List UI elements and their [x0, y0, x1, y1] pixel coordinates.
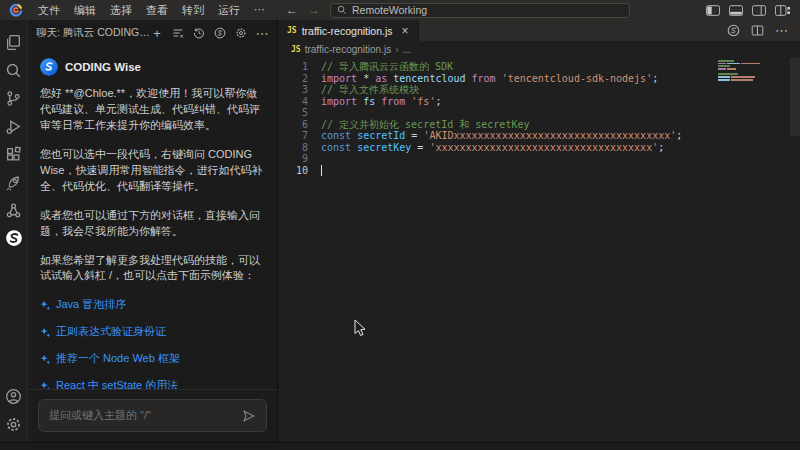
chat-paragraph: 如果您希望了解更多我处理代码的技能，可以试试输入斜杠 /，也可以点击下面示例体验… — [40, 253, 265, 285]
menu-view[interactable]: 查看 — [139, 3, 175, 18]
tab-bar: JS traffic-recognition.js × ⋯ — [278, 20, 800, 41]
example-label: 推荐一个 Node Web 框架 — [56, 351, 180, 367]
example-label: React 中 setState 的用法 — [56, 378, 178, 389]
chat-message-area: CODING Wise 您好 **@Chloe.**，欢迎使用！我可以帮你做代码… — [28, 46, 277, 389]
coding-wise-icon[interactable] — [0, 224, 28, 252]
search-value: RemoteWorking — [352, 4, 427, 16]
search-icon — [337, 5, 347, 15]
send-icon[interactable] — [242, 409, 256, 423]
menu-run[interactable]: 运行 — [211, 3, 247, 18]
run-debug-icon[interactable] — [0, 112, 28, 140]
example-link-java-bubble-sort[interactable]: Java 冒泡排序 — [40, 297, 265, 313]
code-line: 4import fs from 'fs'; — [278, 96, 800, 108]
customize-layout-icon[interactable] — [775, 5, 790, 16]
menu-more[interactable]: ⋯ — [247, 3, 272, 18]
breadcrumb-symbol[interactable]: ... — [403, 44, 411, 55]
example-link-regex-id-card[interactable]: 正则表达式验证身份证 — [40, 324, 265, 340]
chat-paragraph: 或者您也可以通过下方的对话框，直接输入问题，我会尽我所能为你解答。 — [40, 208, 265, 240]
sparkle-icon — [40, 381, 51, 389]
explorer-icon[interactable] — [0, 28, 28, 56]
new-chat-icon[interactable]: + — [150, 26, 164, 40]
code-editor[interactable]: 1// 导入腾讯云云函数的 SDK2import * as tencentclo… — [278, 58, 800, 442]
chat-panel: 聊天: 腾讯云 CODING WISE + ⋯ — [28, 20, 278, 442]
code-line: 9 — [278, 153, 800, 165]
menu-selection[interactable]: 选择 — [103, 3, 139, 18]
code-line: 3// 导入文件系统模块 — [278, 84, 800, 96]
toggle-secondary-sidebar-icon[interactable] — [752, 5, 766, 16]
coding-wise-mini-icon[interactable] — [213, 26, 227, 40]
source-control-icon[interactable] — [0, 84, 28, 112]
code-line: 8const secretKey = 'xxxxxxxxxxxxxxxxxxxx… — [278, 142, 800, 154]
code-line: 10 — [278, 165, 800, 177]
example-link-node-web-framework[interactable]: 推荐一个 Node Web 框架 — [40, 351, 265, 367]
menu-file[interactable]: 文件 — [31, 3, 67, 18]
chat-input-area: 提问或键入主题的 "/" — [28, 389, 277, 442]
app-logo-icon — [9, 3, 23, 17]
breadcrumb: JS traffic-recognition.js › ... — [278, 41, 800, 58]
share-network-icon[interactable] — [0, 196, 28, 224]
code-line: 5 — [278, 107, 800, 119]
chat-input[interactable]: 提问或键入主题的 "/" — [38, 399, 267, 432]
code-line: 6// 定义并初始化 secretId 和 secretKey — [278, 119, 800, 131]
toggle-panel-icon[interactable] — [729, 5, 743, 16]
account-icon[interactable] — [0, 382, 28, 410]
breadcrumb-file[interactable]: traffic-recognition.js — [305, 44, 392, 55]
example-label: 正则表达式验证身份证 — [56, 324, 166, 340]
title-bar: 文件 编辑 选择 查看 转到 运行 ⋯ ← → RemoteWorking — [0, 0, 800, 20]
settings-gear-icon[interactable] — [0, 410, 28, 438]
menu-bar: 文件 编辑 选择 查看 转到 运行 ⋯ — [31, 3, 272, 18]
split-editor-icon[interactable] — [751, 24, 764, 37]
command-search-box[interactable]: RemoteWorking — [330, 3, 630, 18]
tab-close-icon[interactable]: × — [402, 24, 409, 38]
extensions-icon[interactable] — [0, 140, 28, 168]
text-caret — [321, 165, 322, 176]
rocket-icon[interactable] — [0, 168, 28, 196]
status-bar — [0, 442, 800, 450]
activity-bar — [0, 20, 28, 442]
clear-list-icon[interactable] — [171, 26, 185, 40]
minimap[interactable] — [718, 60, 760, 82]
code-line: 7const secretId = 'AKIDxxxxxxxxxxxxxxxxx… — [278, 130, 800, 142]
tab-label: traffic-recognition.js — [302, 25, 393, 37]
editor-group: JS traffic-recognition.js × ⋯ JS traffic… — [278, 20, 800, 442]
chat-input-placeholder: 提问或键入主题的 "/" — [49, 408, 234, 423]
nav-back-icon[interactable]: ← — [286, 3, 298, 17]
menu-go[interactable]: 转到 — [175, 3, 211, 18]
javascript-file-icon: JS — [291, 45, 301, 54]
chat-more-icon[interactable]: ⋯ — [255, 26, 269, 40]
editor-more-icon[interactable]: ⋯ — [775, 23, 788, 38]
coding-wise-avatar — [40, 58, 58, 76]
tab-traffic-recognition[interactable]: JS traffic-recognition.js × — [278, 20, 419, 41]
chat-paragraph: 您好 **@Chloe.**，欢迎使用！我可以帮你做代码建议、单元测试生成、代码… — [40, 86, 265, 134]
sparkle-icon — [40, 354, 51, 365]
toggle-sidebar-icon[interactable] — [706, 5, 720, 16]
chat-panel-header: 聊天: 腾讯云 CODING WISE + ⋯ — [28, 20, 277, 46]
bot-name: CODING Wise — [65, 59, 141, 76]
editor-scrollbar[interactable] — [790, 58, 800, 136]
chat-paragraph: 您也可以选中一段代码，右键询问 CODING Wise，快速调用常用智能指令，进… — [40, 147, 265, 195]
sparkle-icon — [40, 300, 51, 311]
chat-settings-gear-icon[interactable] — [234, 26, 248, 40]
javascript-file-icon: JS — [287, 26, 297, 35]
nav-forward-icon[interactable]: → — [308, 3, 320, 17]
example-link-react-setstate[interactable]: React 中 setState 的用法 — [40, 378, 265, 389]
breadcrumb-separator: › — [395, 44, 398, 55]
history-icon[interactable] — [192, 26, 206, 40]
chat-panel-title: 聊天: 腾讯云 CODING WISE — [36, 26, 150, 40]
example-label: Java 冒泡排序 — [56, 297, 126, 313]
editor-coding-wise-icon[interactable] — [727, 24, 740, 37]
sparkle-icon — [40, 327, 51, 338]
menu-edit[interactable]: 编辑 — [67, 3, 103, 18]
search-icon[interactable] — [0, 56, 28, 84]
